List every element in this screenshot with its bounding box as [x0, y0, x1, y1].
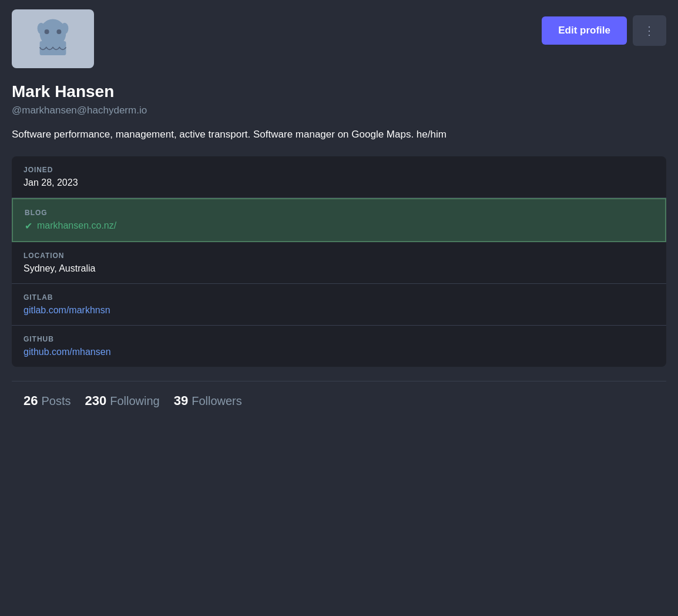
avatar-image — [29, 15, 76, 62]
profile-page: Edit profile ⋮ Mark Hansen @markhansen@h… — [0, 0, 678, 432]
metadata-card: JOINED Jan 28, 2023 BLOG ✔ markhansen.co… — [12, 156, 666, 367]
username: @markhansen@hachyderm.io — [12, 105, 666, 116]
profile-header: Edit profile ⋮ — [0, 0, 678, 78]
svg-point-3 — [56, 29, 61, 34]
followers-label: Followers — [192, 394, 242, 408]
profile-actions: Edit profile ⋮ — [542, 9, 666, 46]
avatar — [12, 9, 94, 68]
posts-stat[interactable]: 26 Posts — [24, 393, 71, 409]
github-value[interactable]: github.com/mhansen — [24, 347, 654, 357]
gitlab-item: GITLAB gitlab.com/markhnsn — [12, 284, 666, 326]
bio: Software performance, management, active… — [12, 127, 666, 142]
stats-bar: 26 Posts 230 Following 39 Followers — [12, 381, 666, 420]
blog-url[interactable]: markhansen.co.nz/ — [37, 220, 116, 231]
location-value: Sydney, Australia — [24, 263, 654, 274]
blog-item: BLOG ✔ markhansen.co.nz/ — [12, 198, 666, 242]
followers-count: 39 — [174, 393, 188, 409]
github-label: GITHUB — [24, 335, 654, 343]
blog-label: BLOG — [25, 209, 653, 217]
svg-point-4 — [38, 23, 45, 34]
svg-point-2 — [45, 29, 49, 34]
following-label: Following — [110, 394, 159, 408]
profile-info: Mark Hansen @markhansen@hachyderm.io Sof… — [0, 78, 678, 432]
posts-label: Posts — [41, 394, 71, 408]
joined-label: JOINED — [24, 166, 654, 174]
verified-icon: ✔ — [25, 220, 32, 232]
gitlab-label: GITLAB — [24, 293, 654, 302]
following-stat[interactable]: 230 Following — [85, 393, 160, 409]
gitlab-value[interactable]: gitlab.com/markhnsn — [24, 305, 654, 316]
edit-profile-button[interactable]: Edit profile — [542, 16, 627, 45]
followers-stat[interactable]: 39 Followers — [174, 393, 242, 409]
svg-rect-1 — [40, 41, 66, 55]
following-count: 230 — [85, 393, 107, 409]
location-item: LOCATION Sydney, Australia — [12, 242, 666, 284]
svg-point-5 — [61, 23, 69, 34]
joined-item: JOINED Jan 28, 2023 — [12, 156, 666, 198]
posts-count: 26 — [24, 393, 38, 409]
blog-value[interactable]: ✔ markhansen.co.nz/ — [25, 220, 653, 232]
location-label: LOCATION — [24, 252, 654, 260]
joined-value: Jan 28, 2023 — [24, 178, 654, 188]
display-name: Mark Hansen — [12, 82, 666, 101]
github-item: GITHUB github.com/mhansen — [12, 326, 666, 367]
more-options-button[interactable]: ⋮ — [633, 15, 666, 46]
